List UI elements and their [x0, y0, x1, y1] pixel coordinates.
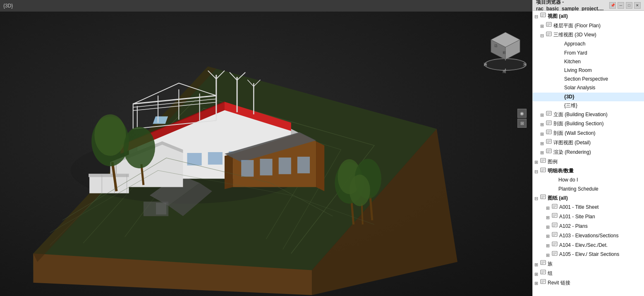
- tree-item-3d_chinese[interactable]: {三维}: [533, 101, 644, 110]
- item-label-3d_brace: {3D}: [564, 93, 575, 101]
- svg-rect-28: [260, 159, 272, 175]
- item-icon-a001: [552, 203, 558, 212]
- tree-item-a104[interactable]: ⊞A104 - Elev./Sec./Det.: [533, 241, 644, 250]
- svg-rect-109: [546, 111, 551, 115]
- expand-icon-a105[interactable]: ⊞: [546, 252, 551, 258]
- tree-item-legend[interactable]: ⊞图例: [533, 157, 644, 167]
- item-icon-detail: [546, 138, 553, 147]
- item-icon-floor_plan: [546, 21, 553, 30]
- item-label-views_all: 视图 (all): [548, 12, 568, 20]
- tree-item-kitchen[interactable]: Kitchen: [533, 57, 644, 66]
- svg-rect-173: [541, 279, 546, 284]
- expand-icon-a104[interactable]: ⊞: [546, 242, 551, 248]
- expand-icon-building_elev[interactable]: ⊞: [540, 112, 545, 117]
- item-label-schedules: 明细表/数量: [548, 167, 574, 175]
- item-label-solar_analysis: Solar Analysis: [564, 84, 595, 92]
- expand-icon-building_section[interactable]: ⊞: [540, 121, 545, 127]
- item-label-approach: Approach: [564, 40, 585, 48]
- expand-icon-groups[interactable]: ⊞: [534, 271, 539, 277]
- item-icon-wall_section: [546, 129, 553, 138]
- tree-item-revit_links[interactable]: ⊞Revit 链接: [533, 278, 644, 288]
- item-label-floor_plan: 楼层平面 (Floor Plan): [553, 22, 601, 30]
- tree-item-detail[interactable]: ⊞详图视图 (Detail): [533, 138, 644, 148]
- tree-item-views_all[interactable]: ⊟视图 (all): [533, 12, 644, 21]
- tree-item-a103[interactable]: ⊞A103 - Elevations/Sections: [533, 231, 644, 241]
- svg-rect-137: [541, 195, 546, 199]
- expand-icon-detail[interactable]: ⊞: [540, 140, 545, 146]
- expand-icon-a001[interactable]: ⊞: [546, 205, 551, 210]
- viewport-topbar: {3D}: [0, 0, 532, 12]
- tree-item-3d_view[interactable]: ⊟三维视图 (3D View): [533, 31, 644, 40]
- item-label-a001: A001 - Title Sheet: [559, 203, 599, 211]
- item-icon-revit_links: [540, 279, 547, 287]
- item-icon-building_section: [546, 120, 553, 129]
- item-label-from_yard: From Yard: [564, 49, 587, 57]
- svg-rect-133: [541, 168, 546, 172]
- item-icon-sheets_all: [540, 194, 547, 203]
- svg-point-61: [94, 114, 126, 156]
- svg-point-63: [124, 127, 155, 169]
- tree-item-approach[interactable]: Approach: [533, 40, 644, 48]
- tree-item-schedules[interactable]: ⊟明细表/数量: [533, 167, 644, 176]
- tree-item-section_perspective[interactable]: Section Perspective: [533, 75, 644, 84]
- item-icon-a105: [552, 251, 558, 259]
- close-button[interactable]: ✕: [634, 2, 641, 9]
- scene-svg: [0, 12, 532, 296]
- tree-item-planting_schedule[interactable]: Planting Schedule: [533, 185, 644, 193]
- restore-button[interactable]: □: [626, 2, 632, 9]
- expand-icon-legend[interactable]: ⊞: [534, 159, 539, 165]
- expand-icon-views_all[interactable]: ⊟: [534, 13, 539, 19]
- svg-text:西: 西: [484, 62, 487, 67]
- expand-icon-rendering[interactable]: ⊞: [540, 149, 545, 155]
- expand-icon-schedules[interactable]: ⊟: [534, 168, 539, 174]
- svg-point-74: [485, 59, 526, 70]
- svg-rect-153: [552, 232, 557, 236]
- expand-icon-3d_view[interactable]: ⊟: [540, 32, 545, 38]
- svg-text:边: 边: [494, 44, 498, 48]
- tree-item-how_do_i[interactable]: How do I: [533, 176, 644, 184]
- svg-rect-125: [546, 149, 551, 153]
- tree-item-sheets_all[interactable]: ⊟图纸 (all): [533, 193, 644, 203]
- item-label-kitchen: Kitchen: [564, 58, 581, 66]
- item-label-detail: 详图视图 (Detail): [553, 139, 591, 147]
- expand-icon-a101[interactable]: ⊞: [546, 214, 551, 220]
- item-icon-3d_view: [546, 31, 553, 40]
- expand-icon-a102[interactable]: ⊞: [546, 224, 551, 229]
- pin-button[interactable]: 📌: [609, 2, 616, 9]
- svg-rect-149: [552, 223, 557, 227]
- expand-icon-wall_section[interactable]: ⊞: [540, 131, 545, 136]
- expand-icon-revit_links[interactable]: ⊞: [534, 280, 539, 286]
- svg-rect-27: [241, 160, 254, 177]
- svg-rect-18: [208, 152, 223, 165]
- expand-icon-sheets_all[interactable]: ⊟: [534, 195, 539, 201]
- svg-rect-157: [552, 242, 557, 246]
- tree-item-from_yard[interactable]: From Yard: [533, 49, 644, 57]
- tree-item-groups[interactable]: ⊞组: [533, 269, 644, 278]
- tree-item-families[interactable]: ⊞族: [533, 259, 644, 269]
- tree-item-wall_section[interactable]: ⊞剖面 (Wall Section): [533, 129, 644, 138]
- tree-item-living_room[interactable]: Living Room: [533, 66, 644, 75]
- tree-item-a105[interactable]: ⊞A105 - Elev./ Stair Sections: [533, 250, 644, 260]
- item-label-3d_chinese: {三维}: [564, 102, 577, 110]
- expand-icon-families[interactable]: ⊞: [534, 261, 539, 267]
- expand-icon-a103[interactable]: ⊞: [546, 233, 551, 239]
- tree-item-a102[interactable]: ⊞A102 - Plans: [533, 222, 644, 231]
- tree-item-rendering[interactable]: ⊞渲染 (Rendering): [533, 148, 644, 157]
- minimize-button[interactable]: ─: [618, 2, 624, 9]
- titlebar-controls: 📌 ─ □ ✕: [609, 2, 641, 9]
- tree-item-building_section[interactable]: ⊞剖面 (Building Section): [533, 119, 644, 129]
- panel-btn-2[interactable]: ⊞: [517, 119, 527, 128]
- tree-item-a101[interactable]: ⊞A101 - Site Plan: [533, 212, 644, 222]
- browser-tree[interactable]: ⊟视图 (all)⊞楼层平面 (Floor Plan)⊟三维视图 (3D Vie…: [533, 11, 644, 296]
- tree-item-solar_analysis[interactable]: Solar Analysis: [533, 84, 644, 92]
- tree-item-building_elev[interactable]: ⊞立面 (Building Elevation): [533, 110, 644, 119]
- panel-btn-1[interactable]: ◉: [517, 109, 527, 118]
- tree-item-floor_plan[interactable]: ⊞楼层平面 (Floor Plan): [533, 21, 644, 31]
- viewport[interactable]: {3D}: [0, 0, 532, 296]
- tree-item-3d_brace[interactable]: {3D}: [533, 93, 644, 101]
- nav-cube[interactable]: 北 南 西 东: [483, 28, 524, 69]
- svg-rect-129: [541, 158, 546, 162]
- scene-background: 北 南 西 东: [0, 12, 532, 296]
- expand-icon-floor_plan[interactable]: ⊞: [540, 23, 545, 29]
- tree-item-a001[interactable]: ⊞A001 - Title Sheet: [533, 203, 644, 212]
